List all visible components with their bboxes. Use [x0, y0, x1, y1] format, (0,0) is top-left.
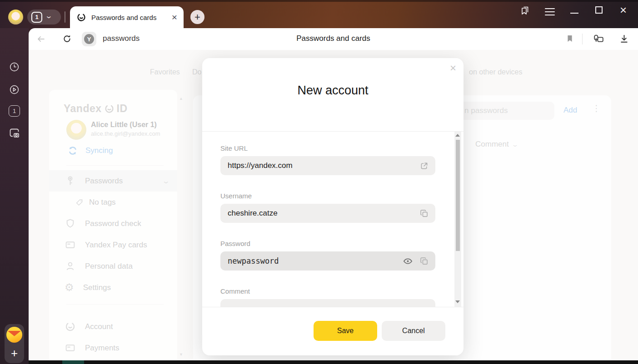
password-manager-icon[interactable] — [593, 33, 605, 45]
desktop-strip-accent — [62, 360, 84, 364]
play-media-icon[interactable] — [9, 84, 20, 95]
window-close-button[interactable]: × — [620, 5, 627, 15]
download-icon[interactable] — [619, 34, 629, 44]
username-label: Username — [220, 192, 252, 200]
new-tab-button[interactable]: + — [190, 10, 204, 24]
active-tab[interactable]: Passwords and cards × — [70, 6, 184, 28]
maximize-button[interactable] — [595, 6, 603, 14]
desktop-strip — [29, 360, 638, 364]
username-field[interactable]: cheshire.catze — [220, 204, 435, 223]
scroll-down-icon[interactable] — [455, 300, 460, 303]
password-field[interactable]: newpassword — [220, 251, 435, 271]
navigation-toolbar: Y passwords Passwords and cards — [29, 28, 638, 50]
dock-card: + — [5, 324, 24, 363]
chevron-down-icon: ⌄ — [45, 14, 53, 18]
new-account-dialog: × New account Site URL https://yandex.co… — [202, 58, 464, 355]
site-url-label: Site URL — [220, 144, 248, 152]
site-url-field[interactable]: https://yandex.com — [220, 156, 435, 175]
browser-side-rail: 1 + • • • — [0, 28, 29, 364]
toolbar-page-title: Passwords and cards — [29, 34, 638, 43]
side-panels-icon[interactable] — [519, 5, 530, 16]
dialog-form-scroll-area: Site URL https://yandex.com Username che… — [202, 132, 464, 307]
divider — [202, 307, 464, 307]
tab-count-badge: 1 — [31, 12, 42, 23]
cancel-button[interactable]: Cancel — [382, 321, 445, 341]
comment-field[interactable] — [220, 299, 435, 307]
scroll-up-icon[interactable] — [455, 134, 460, 137]
tabs-count-icon[interactable]: 1 — [9, 105, 20, 117]
bookmark-icon[interactable] — [565, 34, 574, 43]
close-icon[interactable]: × — [450, 62, 456, 74]
dialog-scrollbar[interactable] — [454, 132, 461, 307]
tab-title: Passwords and cards — [91, 14, 167, 21]
dialog-title: New account — [202, 84, 464, 98]
password-label: Password — [220, 240, 250, 247]
scrollbar-thumb[interactable] — [456, 140, 460, 251]
add-shortcut-icon[interactable]: + — [5, 345, 24, 361]
menu-icon[interactable] — [545, 6, 555, 18]
divider — [65, 11, 65, 23]
minimize-button[interactable] — [570, 13, 578, 14]
comment-label: Comment — [220, 287, 250, 295]
open-external-icon[interactable] — [419, 161, 429, 171]
tab-group-pill[interactable]: 1 ⌄ — [27, 10, 61, 25]
tab-close-icon[interactable]: × — [172, 13, 177, 21]
copy-icon[interactable] — [419, 256, 429, 266]
yandex-browser-logo[interactable] — [6, 327, 22, 343]
history-clock-icon[interactable] — [9, 61, 20, 73]
copy-icon[interactable] — [419, 209, 429, 218]
save-button[interactable]: Save — [314, 321, 377, 341]
yandex-id-favicon — [76, 12, 86, 22]
window-top-edge — [0, 0, 638, 2]
profile-avatar[interactable] — [8, 10, 23, 25]
divider — [582, 34, 583, 44]
screenshot-icon[interactable] — [8, 127, 20, 139]
eye-icon[interactable] — [403, 256, 413, 266]
